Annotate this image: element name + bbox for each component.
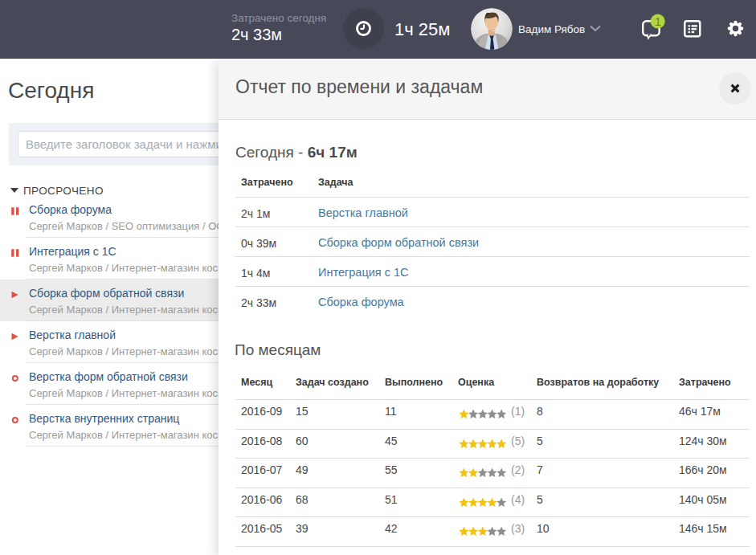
svg-text:1: 1: [655, 14, 661, 28]
